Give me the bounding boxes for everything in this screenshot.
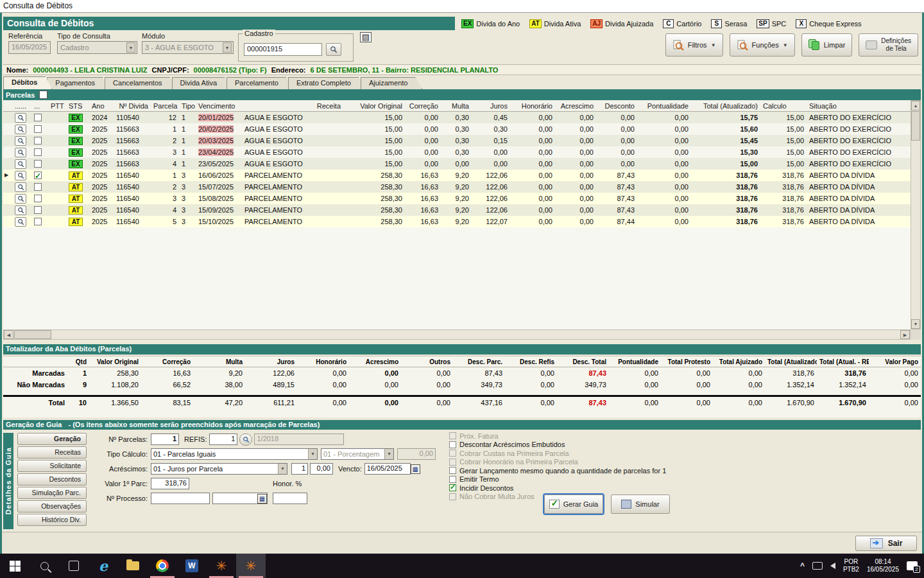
row-detail-button[interactable] — [15, 125, 26, 134]
row-checkbox[interactable] — [34, 183, 42, 191]
table-header-cell[interactable]: Nº Divida — [114, 100, 151, 111]
table-row[interactable]: EX 2024 110540 12 1 20/01/2025 AGUA E ES… — [3, 112, 911, 123]
checkbox[interactable] — [449, 476, 456, 483]
clock[interactable]: 08:1416/05/2025 — [867, 558, 899, 574]
tab[interactable]: Pagamentos — [47, 77, 110, 89]
valor-parc-input[interactable]: 318,76 — [151, 478, 189, 489]
cadastro-input[interactable]: 000001915 — [244, 43, 322, 56]
filtros-button[interactable]: Filtros▼ — [665, 33, 723, 57]
table-row[interactable]: AT 2025 116540 3 3 15/08/2025 PARCELAMEN… — [3, 193, 911, 204]
acrescimos-n-input[interactable]: 1 — [291, 463, 308, 475]
table-row[interactable]: EX 2025 115663 1 1 20/02/2025 AGUA E ESG… — [3, 123, 911, 135]
file-explorer-button[interactable] — [118, 554, 148, 578]
scroll-right-arrow-icon[interactable]: ▶ — [900, 330, 910, 339]
table-header-cell[interactable]: Total (Atualizado) — [691, 100, 760, 111]
row-detail-button[interactable] — [15, 217, 26, 227]
refis-input[interactable]: 1 — [209, 434, 237, 445]
guia-option[interactable]: Incidir Descontos — [449, 484, 687, 493]
guia-nav-button[interactable]: Geração — [17, 433, 87, 445]
processo-input-1[interactable] — [151, 493, 210, 504]
table-header-cell[interactable]: ... — [31, 100, 48, 111]
tab[interactable]: Extrato Completo — [288, 77, 366, 89]
honor-input[interactable] — [273, 493, 307, 504]
table-header-cell[interactable] — [3, 100, 12, 111]
table-header-cell[interactable]: Calculo — [760, 100, 807, 111]
table-row[interactable]: EX 2025 115663 3 1 23/04/2025 AGUA E ESG… — [3, 146, 911, 158]
table-header-cell[interactable]: Valor Original — [343, 100, 405, 111]
table-header-cell[interactable]: Correção — [405, 100, 441, 111]
tipo-calculo-select[interactable]: 01 - Parcelas Iguais▼ — [151, 448, 318, 460]
simular-button[interactable]: Simular — [611, 495, 670, 514]
tab[interactable]: Parcelamento — [227, 77, 293, 89]
table-row[interactable]: AT 2025 116540 2 3 15/07/2025 PARCELAMEN… — [3, 181, 911, 193]
vertical-scrollbar[interactable]: ▲ ▼ — [911, 100, 921, 329]
row-detail-button[interactable] — [15, 194, 26, 204]
guia-option[interactable]: Cobrar Honorário na Primeira Parcela — [449, 458, 687, 467]
table-header-cell[interactable]: Desconto — [596, 100, 637, 111]
row-checkbox[interactable] — [34, 148, 42, 156]
list-icon[interactable]: ▤ — [360, 32, 372, 42]
table-header-cell[interactable]: ...... — [12, 100, 31, 111]
row-checkbox[interactable] — [34, 137, 42, 144]
checkbox[interactable] — [449, 459, 456, 466]
table-header-cell[interactable]: Honorário — [510, 100, 555, 111]
sair-button[interactable]: Sair — [855, 536, 917, 551]
task-view-button[interactable] — [59, 554, 89, 578]
row-detail-button[interactable] — [15, 182, 26, 192]
table-header-cell[interactable]: Ano — [89, 100, 114, 111]
tab[interactable]: Divida Ativa — [172, 77, 232, 89]
table-header-cell[interactable]: Multa — [441, 100, 472, 111]
checkbox[interactable] — [449, 441, 456, 448]
table-row[interactable]: AT 2025 116540 4 3 15/09/2025 PARCELAMEN… — [3, 204, 911, 216]
notification-center-icon[interactable]: 2 — [907, 561, 918, 570]
row-checkbox[interactable] — [34, 171, 42, 179]
table-header-cell[interactable]: Tipo — [179, 100, 196, 111]
processo-input-2[interactable]: ▦ — [212, 493, 268, 504]
table-header-cell[interactable]: Receita — [242, 100, 343, 111]
row-checkbox[interactable] — [34, 218, 42, 225]
row-checkbox[interactable] — [34, 125, 42, 133]
tipo-consulta-select[interactable]: Cadastro▼ — [57, 41, 137, 54]
funcoes-button[interactable]: Funções▼ — [730, 33, 795, 57]
guia-option[interactable]: Emitir Termo — [449, 475, 687, 484]
checkbox[interactable] — [449, 493, 456, 500]
tab[interactable]: Ajuizamento — [361, 77, 423, 89]
table-header-cell[interactable]: Vencimento — [196, 100, 242, 111]
acrescimos-valor-input[interactable]: 0,00 — [310, 463, 333, 475]
table-row[interactable]: EX 2025 115663 2 1 20/03/2025 AGUA E ESG… — [3, 135, 911, 146]
speaker-icon[interactable] — [830, 563, 835, 569]
checkbox[interactable] — [449, 450, 456, 457]
parcelas-checkbox[interactable] — [39, 91, 47, 99]
row-detail-button[interactable] — [15, 136, 26, 146]
tab[interactable]: Débitos — [3, 76, 52, 89]
row-checkbox[interactable] — [34, 195, 42, 202]
table-header-cell[interactable]: Pontualidade — [637, 100, 691, 111]
referencia-input[interactable]: 16/05/2025 — [8, 41, 51, 54]
guia-option[interactable]: Cobrar Custas na Primeira Parcela — [449, 449, 687, 458]
guia-nav-button[interactable]: Solicitante — [17, 460, 87, 472]
guia-nav-button[interactable]: Receitas — [17, 446, 87, 459]
vencto-input[interactable]: 16/05/2025 — [364, 463, 411, 475]
internet-explorer-button[interactable]: e — [89, 554, 118, 578]
table-header-cell[interactable]: Situação — [807, 100, 911, 111]
guia-nav-button[interactable]: Observações — [17, 500, 87, 512]
word-button[interactable]: W — [177, 554, 207, 578]
app-button-1[interactable]: ✳ — [207, 554, 236, 578]
table-header-cell[interactable]: Parcela — [151, 100, 179, 111]
scroll-left-arrow-icon[interactable]: ◀ — [4, 330, 13, 339]
row-checkbox[interactable] — [34, 160, 42, 168]
table-header-cell[interactable]: Acrescimo — [555, 100, 596, 111]
guia-option[interactable]: Descontar Acréscimos Embutidos — [449, 441, 687, 450]
guia-nav-button[interactable]: Histórico Div. — [17, 514, 87, 526]
table-header-cell[interactable]: Juros — [472, 100, 510, 111]
table-header-cell[interactable]: PTT — [48, 100, 66, 111]
chrome-button[interactable] — [148, 554, 177, 578]
table-row[interactable]: EX 2025 115663 4 1 23/05/2025 AGUA E ESG… — [3, 158, 911, 170]
network-icon[interactable] — [812, 562, 823, 570]
definicoes-tela-button[interactable]: Definiçõesde Tela — [859, 33, 918, 57]
gerar-guia-button[interactable]: Gerar Guia — [544, 495, 603, 514]
row-detail-button[interactable] — [15, 113, 26, 123]
tray-expand-chevron-icon[interactable]: ^ — [800, 561, 805, 570]
tab[interactable]: Cancelamentos — [105, 77, 176, 89]
row-checkbox[interactable] — [34, 114, 42, 121]
